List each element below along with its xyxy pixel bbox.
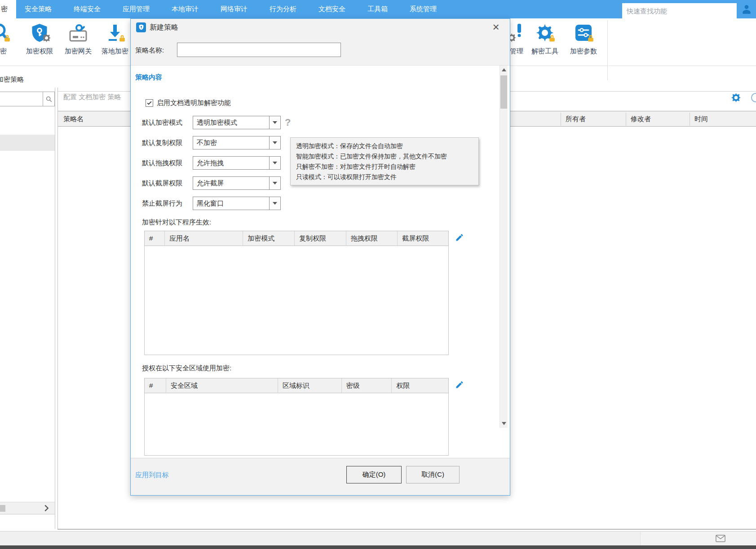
menu-items: 安全策略 终端安全 应用管理 本地审计 网络审计 行为分析 文档安全 工具箱 系… [25,0,437,18]
main-panel-bottom-border [57,529,756,530]
toolbar-item-encrypt-params[interactable]: 加密参数 [567,22,600,56]
quick-search-input[interactable] [622,3,737,18]
column-header-owner[interactable]: 所有者 [566,115,586,123]
screenshot-permission-select[interactable]: 允许截屏 [193,176,281,190]
dropdown-arrow-button[interactable] [269,136,280,149]
edit-zones-pencil-icon[interactable] [455,380,464,389]
field-forbid-screenshot-behavior: 禁止截屏行为 黑化窗口 [142,197,281,210]
apply-to-target-link[interactable]: 应用到目标 [135,471,169,479]
chevron-down-icon [273,121,277,124]
forbid-screenshot-select[interactable]: 黑化窗口 [193,197,281,210]
encrypt-lock-icon [0,22,11,45]
scrollbar-thumb[interactable] [500,75,507,109]
sidebar-section-title: 加密策略 [0,75,24,84]
policy-name-input[interactable] [177,43,341,57]
transparent-encrypt-checkbox-row[interactable]: 启用文档透明加解密功能 [146,99,231,107]
column-header-time[interactable]: 时间 [694,115,708,123]
toolbar-item-landing-encrypt[interactable]: 落地加密 [99,22,131,56]
sidebar-search-input[interactable] [0,92,43,106]
ok-button[interactable]: 确定(O) [346,466,402,483]
menu-item-app-management[interactable]: 应用管理 [123,5,150,13]
column-header-encrypt-mode[interactable]: 加密模式 [243,231,295,246]
dialog-footer: 应用到目标 确定(O) 取消(C) [131,458,510,495]
menu-item-toolbox[interactable]: 工具箱 [367,5,388,13]
window-bottom-strip [0,545,756,549]
apps-table: # 应用名 加密模式 复制权限 拖拽权限 截屏权限 [144,231,449,355]
apps-table-label: 加密针对以下程序生效: [142,218,211,227]
policy-shield-icon [136,22,146,32]
scroll-down-arrow-icon[interactable] [502,422,506,425]
menu-item-security-policy[interactable]: 安全策略 [25,5,52,13]
user-account-button[interactable] [737,0,756,18]
cancel-button[interactable]: 取消(C) [406,466,460,483]
menu-item-system-management[interactable]: 系统管理 [410,5,437,13]
tooltip-line: 透明加密模式：保存的文件会自动加密 [296,141,473,151]
field-label: 默认截屏权限 [142,179,193,188]
user-icon [741,4,752,15]
checkbox-checked-icon[interactable] [146,99,153,107]
column-header-index[interactable]: # [145,231,165,246]
section-title-policy-content: 策略内容 [135,73,162,82]
envelope-icon[interactable] [716,535,725,542]
toolbar-label: 落地加密 [102,47,128,56]
apps-table-header: # 应用名 加密模式 复制权限 拖拽权限 截屏权限 [145,231,448,246]
column-header-screenshot-permission[interactable]: 截屏权限 [398,231,448,246]
dialog-header: 新建策略 × 策略名称: [131,19,510,66]
close-icon[interactable]: × [489,20,503,34]
select-value: 透明加密模式 [193,119,269,127]
dropdown-arrow-button[interactable] [269,197,280,210]
column-header-security-zone[interactable]: 安全区域 [166,378,278,393]
menu-item-endpoint-security[interactable]: 终端安全 [74,5,101,13]
settings-gear-icon[interactable] [731,92,741,103]
toolbar-item-encrypt-permission[interactable]: 加密权限 [23,22,56,56]
policy-tree-selected-item[interactable] [0,135,55,151]
chevron-down-icon [273,141,277,144]
dropdown-arrow-button[interactable] [269,157,280,169]
scroll-up-arrow-icon[interactable] [502,68,506,71]
drag-permission-select[interactable]: 允许拖拽 [193,156,281,170]
edit-apps-pencil-icon[interactable] [455,233,464,242]
field-label: 默认复制权限 [142,139,193,147]
checkbox-label: 启用文档透明加解密功能 [157,99,231,107]
column-header-drag-permission[interactable]: 拖拽权限 [346,231,398,246]
dropdown-arrow-button[interactable] [269,177,280,189]
dialog-vertical-scrollbar[interactable] [500,66,508,428]
column-header-zone-id[interactable]: 区域标识 [278,378,342,393]
menu-item-document-security[interactable]: 文档安全 [318,5,345,13]
column-header-app-name[interactable]: 应用名 [165,231,243,246]
dropdown-arrow-button[interactable] [269,116,280,129]
menu-item-behavior-analysis[interactable]: 行为分析 [270,5,296,13]
toolbar-label: 管理 [510,47,523,56]
select-value: 允许截屏 [193,179,269,188]
column-header-secret-level[interactable]: 密级 [342,378,392,393]
select-value: 黑化窗口 [193,199,269,208]
toolbar-item-encrypt[interactable]: 加密 [0,22,16,56]
help-icon[interactable]: ? [285,117,291,128]
toolbar-item-decrypt-tool[interactable]: 解密工具 [529,22,561,56]
tab-document-encrypt-active[interactable]: 密 [0,0,16,18]
menu-item-local-audit[interactable]: 本地审计 [172,5,199,13]
zones-table-header: # 安全区域 区域标识 密级 权限 [145,378,448,393]
toolbar-label: 加密网关 [65,47,92,56]
column-header-copy-permission[interactable]: 复制权限 [295,231,346,246]
chevron-right-icon[interactable] [41,503,51,513]
sidebar-search-button[interactable] [43,92,55,106]
select-value: 允许拖拽 [193,159,269,167]
copy-permission-select[interactable]: 不加密 [193,136,281,149]
top-menubar: 密 安全策略 终端安全 应用管理 本地审计 网络审计 行为分析 文档安全 工具箱… [0,0,756,18]
dialog-titlebar[interactable]: 新建策略 × [131,19,510,36]
tooltip-line: 只解密不加密：对加密文件打开时自动解密 [296,162,473,172]
menu-item-network-audit[interactable]: 网络审计 [221,5,248,13]
toolbar-item-encrypt-gateway[interactable]: 加密网关 [62,22,94,56]
column-header-index[interactable]: # [145,378,166,393]
column-header-policy-name[interactable]: 策略名 [63,115,84,123]
toolbar-label: 加密参数 [570,47,597,56]
refresh-icon[interactable] [751,93,756,102]
encrypt-mode-select[interactable]: 透明加密模式 [193,116,281,129]
gear-lock-icon [534,22,556,45]
column-header-modifier[interactable]: 修改者 [631,115,651,123]
sidebar-horizontal-scrollbar[interactable] [0,502,55,514]
app-window: 密 安全策略 终端安全 应用管理 本地审计 网络审计 行为分析 文档安全 工具箱… [0,0,756,549]
scrollbar-thumb[interactable] [0,505,5,512]
column-header-permission[interactable]: 权限 [392,378,448,393]
